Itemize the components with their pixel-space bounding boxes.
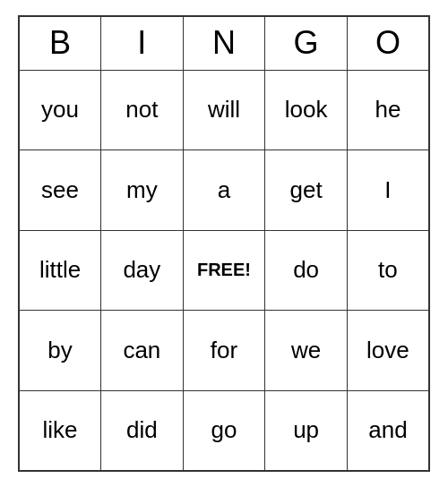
- bingo-cell: like: [19, 390, 101, 471]
- bingo-cell: he: [347, 70, 429, 150]
- bingo-cell: a: [183, 150, 265, 231]
- bingo-cell: did: [101, 390, 184, 471]
- bingo-row: bycanforwelove: [19, 311, 429, 391]
- bingo-cell: I: [347, 150, 429, 231]
- bingo-card: BINGO younotwilllookheseemyagetIlittleda…: [18, 15, 430, 472]
- bingo-cell: get: [265, 150, 348, 231]
- bingo-header-letter: O: [347, 16, 429, 70]
- bingo-cell: not: [101, 70, 184, 150]
- bingo-cell: to: [347, 230, 429, 311]
- bingo-row: seemyagetI: [19, 150, 429, 231]
- bingo-cell: go: [183, 390, 265, 471]
- bingo-cell: for: [183, 311, 265, 391]
- bingo-row: younotwilllookhe: [19, 70, 429, 150]
- bingo-cell: by: [19, 311, 101, 391]
- bingo-cell: love: [347, 311, 429, 391]
- bingo-cell: we: [265, 311, 348, 391]
- bingo-cell: do: [265, 230, 348, 311]
- bingo-cell: up: [265, 390, 348, 471]
- bingo-row: littledayFREE!doto: [19, 230, 429, 311]
- bingo-cell: little: [19, 230, 101, 311]
- bingo-cell: you: [19, 70, 101, 150]
- bingo-cell: and: [347, 390, 429, 471]
- bingo-cell: FREE!: [183, 230, 265, 311]
- bingo-cell: day: [101, 230, 184, 311]
- bingo-header-letter: B: [19, 16, 101, 70]
- bingo-cell: can: [101, 311, 184, 391]
- bingo-cell: look: [265, 70, 348, 150]
- bingo-header-letter: I: [101, 16, 184, 70]
- bingo-cell: my: [101, 150, 184, 231]
- bingo-cell: will: [183, 70, 265, 150]
- bingo-header-letter: G: [265, 16, 348, 70]
- bingo-row: likedidgoupand: [19, 390, 429, 471]
- bingo-header-letter: N: [183, 16, 265, 70]
- bingo-cell: see: [19, 150, 101, 231]
